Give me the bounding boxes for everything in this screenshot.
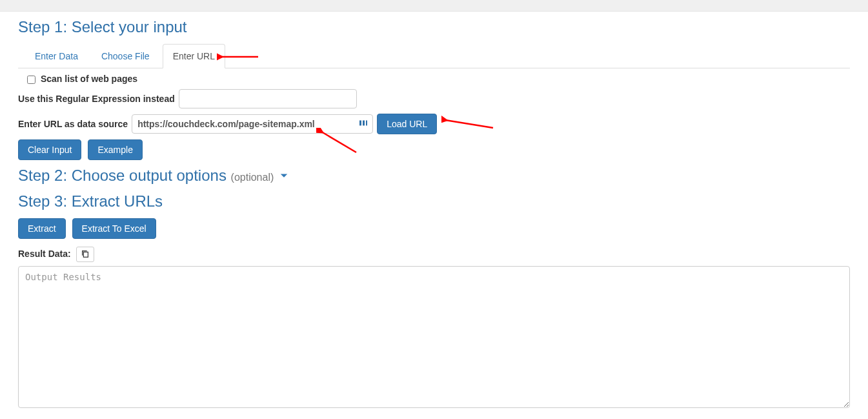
regex-input[interactable] bbox=[179, 89, 357, 108]
clear-input-label: Clear Input bbox=[28, 145, 72, 155]
step1-heading: Step 1: Select your input bbox=[18, 18, 850, 36]
main-container: Step 1: Select your input Enter Data Cho… bbox=[0, 18, 868, 419]
output-textarea[interactable] bbox=[18, 266, 850, 408]
extract-excel-label: Extract To Excel bbox=[82, 223, 146, 234]
tab-enter-url[interactable]: Enter URL bbox=[163, 44, 225, 68]
result-data-label: Result Data: bbox=[18, 249, 71, 259]
step2-heading[interactable]: Step 2: Choose output options (optional) bbox=[18, 167, 850, 185]
input-tabs: Enter Data Choose File Enter URL bbox=[18, 44, 850, 68]
url-input-wrap bbox=[132, 114, 373, 134]
scan-list-row: Scan list of web pages bbox=[27, 74, 850, 84]
result-label-row: Result Data: bbox=[18, 247, 850, 262]
clear-input-button[interactable]: Clear Input bbox=[18, 139, 81, 160]
regex-label: Use this Regular Expression instead bbox=[18, 94, 175, 104]
tab-enter-data[interactable]: Enter Data bbox=[25, 44, 88, 68]
extract-excel-button[interactable]: Extract To Excel bbox=[72, 218, 156, 239]
load-url-label: Load URL bbox=[387, 119, 427, 129]
example-label: Example bbox=[97, 145, 132, 155]
step1-buttons: Clear Input Example bbox=[18, 139, 850, 160]
step2-optional-text: (optional) bbox=[231, 172, 274, 183]
copy-result-button[interactable] bbox=[76, 247, 94, 262]
example-button[interactable]: Example bbox=[88, 139, 142, 160]
regex-row: Use this Regular Expression instead bbox=[18, 89, 850, 108]
arrow-annotation-icon bbox=[441, 115, 497, 132]
extract-label: Extract bbox=[28, 223, 56, 234]
extract-button[interactable]: Extract bbox=[18, 218, 66, 239]
url-label: Enter URL as data source bbox=[18, 119, 128, 129]
step3-heading: Step 3: Extract URLs bbox=[18, 192, 850, 210]
scan-list-checkbox[interactable] bbox=[27, 76, 35, 84]
load-url-button[interactable]: Load URL bbox=[377, 114, 437, 134]
scan-list-label: Scan list of web pages bbox=[41, 74, 137, 84]
url-row: Enter URL as data source Load URL bbox=[18, 114, 850, 134]
copy-icon bbox=[81, 249, 90, 260]
step2-heading-text: Step 2: Choose output options bbox=[18, 167, 227, 184]
svg-line-4 bbox=[445, 120, 493, 128]
url-input[interactable] bbox=[132, 114, 373, 134]
tab-choose-file[interactable]: Choose File bbox=[91, 44, 160, 68]
top-bar bbox=[0, 0, 868, 12]
svg-rect-6 bbox=[83, 252, 88, 257]
chevron-down-icon bbox=[279, 171, 288, 182]
step3-buttons: Extract Extract To Excel bbox=[18, 218, 850, 239]
